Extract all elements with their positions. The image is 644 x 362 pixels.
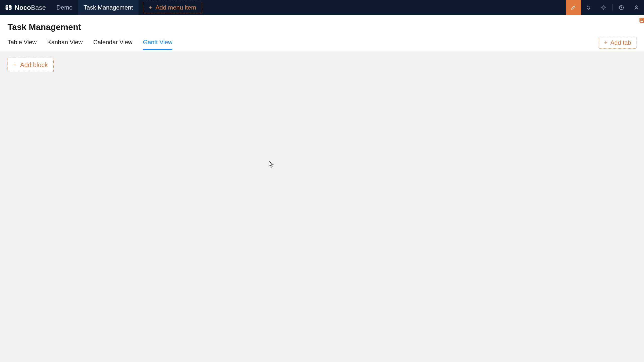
tab-gantt-view[interactable]: Gantt View: [143, 39, 172, 50]
nav-item-demo[interactable]: Demo: [51, 0, 78, 15]
plugin-button[interactable]: [581, 0, 596, 15]
gear-icon: [601, 5, 606, 10]
page-header: Task Management Table View Kanban View C…: [0, 15, 644, 52]
design-mode-button[interactable]: [566, 0, 581, 15]
handle-line-icon: [640, 19, 643, 19]
add-tab-label: Add tab: [610, 39, 631, 46]
nav-menu: Demo Task Management + Add menu item: [51, 0, 202, 15]
top-navigation: NocoBase Demo Task Management + Add menu…: [0, 0, 644, 15]
tab-kanban-view[interactable]: Kanban View: [47, 39, 83, 50]
tab-calendar-view[interactable]: Calendar View: [93, 39, 133, 50]
tab-label: Table View: [8, 39, 37, 46]
page-title: Task Management: [8, 22, 636, 32]
settings-button[interactable]: [596, 0, 611, 15]
pen-icon: [571, 5, 576, 10]
nav-item-label: Demo: [56, 4, 72, 11]
plus-icon: +: [604, 40, 607, 46]
add-block-button[interactable]: + Add block: [8, 58, 54, 72]
handle-line-icon: [640, 21, 643, 22]
logo[interactable]: NocoBase: [0, 0, 51, 15]
content-area: + Add block: [0, 52, 644, 362]
svg-point-0: [603, 7, 604, 8]
help-button[interactable]: [614, 0, 629, 15]
logo-text-bold: Noco: [15, 4, 31, 12]
side-drawer-handle[interactable]: [639, 18, 644, 23]
nav-item-task-management[interactable]: Task Management: [78, 0, 138, 15]
add-block-label: Add block: [20, 61, 48, 69]
tab-label: Calendar View: [93, 39, 133, 46]
handle-line-icon: [640, 20, 643, 20]
add-tab-button[interactable]: + Add tab: [599, 37, 636, 49]
logo-text-light: Base: [31, 4, 46, 12]
user-icon: [634, 5, 639, 10]
plus-icon: +: [149, 5, 152, 10]
add-menu-item-label: Add menu item: [155, 4, 196, 11]
plus-icon: +: [13, 62, 17, 68]
nav-item-label: Task Management: [84, 4, 133, 11]
help-icon: [619, 5, 624, 10]
nav-divider: [612, 4, 613, 11]
add-menu-item-button[interactable]: + Add menu item: [143, 2, 202, 13]
tabs-row: Table View Kanban View Calendar View Gan…: [8, 37, 636, 52]
tabs: Table View Kanban View Calendar View Gan…: [8, 39, 172, 50]
svg-point-2: [635, 6, 637, 8]
tab-table-view[interactable]: Table View: [8, 39, 37, 50]
tab-label: Kanban View: [47, 39, 83, 46]
plugin-icon: [586, 5, 591, 10]
logo-icon: [5, 5, 12, 10]
nav-right-actions: [566, 0, 644, 15]
tab-label: Gantt View: [143, 39, 172, 46]
user-button[interactable]: [629, 0, 644, 15]
logo-text: NocoBase: [15, 4, 46, 12]
